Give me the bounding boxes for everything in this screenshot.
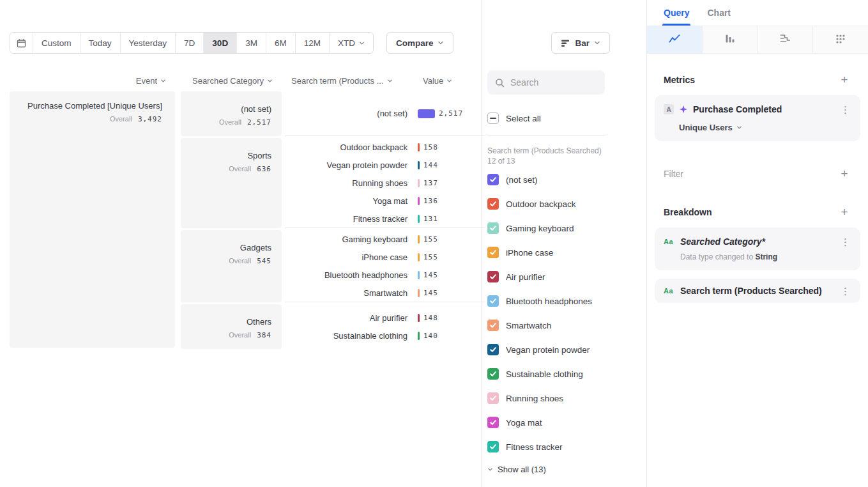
legend-item-checkbox[interactable]: [487, 368, 499, 380]
tab-chart[interactable]: Chart: [707, 0, 731, 26]
app: Custom Today Yesterday 7D 30D 3M 6M 12M …: [0, 0, 868, 487]
category-cell[interactable]: Gadgets Overall 545: [181, 230, 282, 302]
value-label: 145: [423, 289, 438, 297]
insights-icon: [669, 34, 680, 46]
legend-item[interactable]: Running shoes: [487, 392, 605, 405]
table-group: Gadgets Overall 545 Gaming keyboard 155 …: [181, 230, 485, 302]
table-row[interactable]: Gaming keyboard 155: [285, 230, 485, 248]
date-range-12m[interactable]: 12M: [296, 33, 330, 53]
legend-item-checkbox[interactable]: [487, 295, 499, 307]
table-row[interactable]: (not set) 2,517: [285, 105, 485, 123]
check-icon: [489, 200, 497, 208]
date-range-custom[interactable]: Custom: [33, 33, 80, 53]
icon-tab-retention[interactable]: [758, 26, 814, 53]
table-row[interactable]: Outdoor backpack 158: [285, 138, 485, 156]
legend-item[interactable]: Gaming keyboard: [487, 222, 605, 235]
category-cell[interactable]: (not set) Overall 2,517: [181, 91, 282, 136]
value-cell: 145: [418, 271, 438, 279]
column-header-value[interactable]: Value: [413, 74, 476, 87]
date-range-30d[interactable]: 30D: [204, 33, 237, 53]
value-label: 148: [423, 314, 438, 322]
select-all[interactable]: Select all: [487, 112, 605, 124]
metrics-heading: Metrics: [664, 75, 695, 85]
legend-item-checkbox[interactable]: [487, 174, 499, 185]
tab-query[interactable]: Query: [664, 0, 689, 26]
date-range-yesterday[interactable]: Yesterday: [121, 33, 176, 53]
table-row[interactable]: Smartwatch 145: [285, 284, 485, 302]
icon-tab-funnels[interactable]: [703, 26, 758, 53]
term-label: Outdoor backpack: [285, 143, 413, 152]
table-row[interactable]: Sustainable clothing 140: [285, 327, 485, 344]
legend-item[interactable]: Sustainable clothing: [487, 367, 605, 380]
group-rows: Outdoor backpack 158 Vegan protein powde…: [285, 138, 485, 228]
legend-item[interactable]: Fitness tracker: [487, 440, 605, 453]
column-header-event[interactable]: Event: [10, 74, 175, 87]
legend-item-checkbox[interactable]: [487, 271, 499, 282]
legend-item-checkbox[interactable]: [487, 247, 499, 258]
legend-search-input[interactable]: [510, 77, 593, 88]
breakdown-card[interactable]: Aa Searched Category* ⋮ Data type change…: [655, 228, 860, 270]
compare-button[interactable]: Compare: [386, 32, 454, 54]
date-range-today[interactable]: Today: [80, 33, 121, 53]
legend-item[interactable]: Vegan protein powder: [487, 343, 605, 356]
legend-item[interactable]: Outdoor backpack: [487, 197, 605, 210]
add-breakdown-button[interactable]: +: [837, 205, 851, 219]
legend-item-checkbox[interactable]: [487, 222, 499, 234]
show-all-toggle[interactable]: Show all (13): [487, 465, 605, 474]
legend-item[interactable]: Air purifier: [487, 270, 605, 283]
column-header-searched-category[interactable]: Searched Category: [181, 74, 282, 87]
table-row[interactable]: Vegan protein powder 144: [285, 156, 485, 174]
metric-menu-button[interactable]: ⋮: [839, 105, 851, 114]
legend-item-checkbox[interactable]: [487, 417, 499, 428]
table-row[interactable]: Running shoes 137: [285, 174, 485, 192]
legend-item-checkbox[interactable]: [487, 441, 499, 452]
category-cell[interactable]: Others Overall 384: [181, 304, 282, 349]
icon-tab-flows[interactable]: [813, 26, 868, 53]
calendar-button[interactable]: [10, 33, 33, 53]
kebab-menu-icon: ⋮: [841, 104, 850, 115]
add-metric-button[interactable]: +: [837, 73, 851, 87]
date-range-xtd[interactable]: XTD: [330, 33, 373, 53]
legend-item[interactable]: (not set): [487, 173, 605, 186]
table-row[interactable]: Air purifier 148: [285, 309, 485, 327]
chevron-down-icon: [736, 125, 742, 130]
date-range-label: Today: [89, 38, 112, 48]
metric-card[interactable]: A Purchase Completed ⋮ Unique Users: [655, 95, 860, 141]
icon-tab-insights[interactable]: [647, 26, 703, 53]
legend-item-checkbox[interactable]: [487, 198, 499, 210]
table-row[interactable]: Bluetooth headphones 145: [285, 266, 485, 284]
check-icon: [489, 273, 497, 281]
legend-item[interactable]: iPhone case: [487, 246, 605, 259]
table-row[interactable]: Fitness tracker 131: [285, 210, 485, 228]
table-row[interactable]: iPhone case 155: [285, 248, 485, 266]
measurement-selector[interactable]: Unique Users: [664, 123, 851, 132]
date-range-3m[interactable]: 3M: [237, 33, 266, 53]
event-cell[interactable]: Purchase Completed [Unique Users] Overal…: [10, 91, 175, 348]
value-label: 144: [423, 161, 438, 169]
term-label: (not set): [285, 109, 413, 118]
legend-item[interactable]: Bluetooth headphones: [487, 295, 605, 307]
value-tick: [418, 143, 420, 151]
value-tick: [418, 109, 435, 118]
breakdown-menu-button[interactable]: ⋮: [839, 286, 851, 296]
legend-item-label: Yoga mat: [506, 418, 542, 428]
plus-icon: +: [841, 206, 848, 219]
date-range-label: 3M: [245, 38, 257, 48]
legend-item[interactable]: Smartwatch: [487, 319, 605, 332]
breakdown-card[interactable]: Aa Search term (Products Searched) ⋮: [655, 279, 860, 303]
value-label: 136: [423, 197, 438, 205]
breakdown-menu-button[interactable]: ⋮: [839, 237, 851, 247]
category-cell[interactable]: Sports Overall 636: [181, 138, 282, 228]
legend-item-checkbox[interactable]: [487, 320, 499, 331]
date-range-7d[interactable]: 7D: [176, 33, 204, 53]
legend-item-checkbox[interactable]: [487, 392, 499, 404]
add-filter-button[interactable]: +: [837, 167, 851, 181]
legend-item[interactable]: Yoga mat: [487, 416, 605, 429]
sidebar-body: Metrics + A Purchase Completed ⋮ Unique …: [647, 54, 868, 487]
breakdown-heading: Breakdown: [664, 207, 712, 217]
table-row[interactable]: Yoga mat 136: [285, 192, 485, 210]
legend-item-checkbox[interactable]: [487, 344, 499, 355]
date-range-6m[interactable]: 6M: [266, 33, 296, 53]
column-header-search-term[interactable]: Search term (Products ...: [285, 74, 413, 87]
select-all-checkbox[interactable]: [487, 112, 499, 124]
